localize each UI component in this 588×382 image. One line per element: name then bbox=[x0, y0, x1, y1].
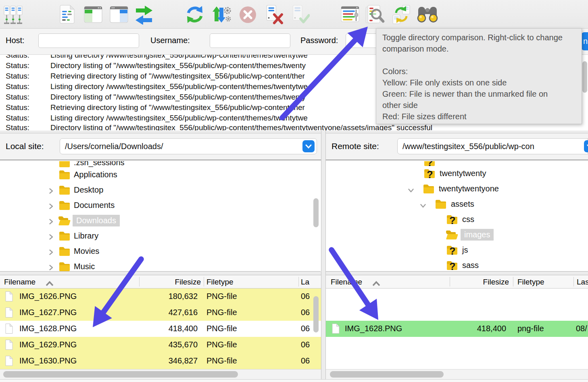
file-name: IMG_1626.PNG bbox=[19, 292, 77, 301]
tree-item-js[interactable]: ? js bbox=[326, 243, 588, 258]
disconnect-button[interactable] bbox=[263, 4, 285, 25]
tree-item-label: Applications bbox=[74, 170, 117, 179]
local-file-list: IMG_1626.PNG 180,632 PNG-file 06 IMG_162… bbox=[0, 289, 321, 369]
directory-listing-filters-button[interactable] bbox=[340, 4, 361, 25]
transfer-queue-icon bbox=[134, 4, 154, 25]
site-manager-button[interactable] bbox=[2, 4, 24, 25]
remote-tree-view-button[interactable] bbox=[108, 4, 130, 25]
find-files-button[interactable] bbox=[417, 4, 438, 25]
log-prefix: Status: bbox=[6, 82, 29, 91]
directory-comparison-button[interactable] bbox=[364, 4, 386, 25]
column-header-last-modified[interactable]: Las bbox=[577, 278, 588, 286]
folder-icon bbox=[58, 231, 71, 243]
svg-text:?: ? bbox=[449, 215, 455, 226]
column-divider[interactable] bbox=[513, 277, 513, 286]
tooltip-spacer bbox=[382, 54, 567, 66]
folder-icon bbox=[435, 199, 447, 211]
folder-icon bbox=[58, 185, 71, 197]
synchronized-browsing-icon bbox=[391, 4, 411, 25]
file-size: 427,616 bbox=[141, 308, 198, 317]
file-row[interactable]: IMG_1628.PNG 418,400 png-file 08/ bbox=[326, 321, 588, 337]
file-row[interactable]: IMG_1627.PNG 427,616 PNG-file 06 bbox=[0, 305, 321, 321]
tree-item-css[interactable]: ? css bbox=[326, 213, 588, 227]
column-header-filename[interactable]: Filename bbox=[4, 278, 35, 286]
local-horizontal-scrollbar[interactable] bbox=[0, 369, 321, 379]
remote-horizontal-scrollbar[interactable] bbox=[326, 369, 588, 379]
password-label: Password: bbox=[300, 36, 338, 45]
tree-item-movies[interactable]: Movies bbox=[0, 245, 321, 259]
process-queue-button[interactable] bbox=[211, 4, 232, 25]
scrollbar-thumb[interactable] bbox=[3, 371, 238, 378]
transfer-queue-button[interactable] bbox=[133, 4, 155, 25]
column-header-filesize[interactable]: Filesize bbox=[447, 278, 509, 286]
log-scrollbar[interactable] bbox=[582, 61, 587, 93]
tree-item-assets[interactable]: assets bbox=[326, 197, 588, 212]
local-site-combobox[interactable]: /Users/cornelia/Downloads/ bbox=[60, 138, 317, 154]
column-divider[interactable] bbox=[204, 277, 204, 286]
file-row[interactable]: IMG_1628.PNG 418,400 PNG-file 06 bbox=[0, 321, 321, 337]
remote-site-combobox[interactable]: /www/testingsitex_556/public/wp-con bbox=[397, 138, 588, 154]
tree-item-applications[interactable]: Applications bbox=[0, 168, 321, 183]
tree-item-label: twentytwenty bbox=[440, 169, 486, 178]
tree-item-music[interactable]: Music bbox=[0, 260, 321, 272]
file-name: IMG_1630.PNG bbox=[19, 356, 77, 365]
file-size: 418,400 bbox=[141, 324, 198, 333]
column-header-filesize[interactable]: Filesize bbox=[141, 278, 201, 286]
username-input[interactable] bbox=[210, 33, 290, 48]
tree-item-images[interactable]: images bbox=[326, 228, 588, 243]
local-site-dropdown-button[interactable] bbox=[302, 140, 315, 152]
tree-item-twentytwentyone[interactable]: twentytwentyone bbox=[326, 182, 588, 197]
column-header-filename[interactable]: Filename bbox=[331, 278, 362, 286]
column-header-filetype[interactable]: Filetype bbox=[517, 278, 544, 286]
tree-item-library[interactable]: Library bbox=[0, 229, 321, 244]
remote-site-bar: Remote site: /www/testingsitex_556/publi… bbox=[326, 133, 588, 160]
column-divider[interactable] bbox=[573, 277, 574, 286]
refresh-button[interactable] bbox=[184, 4, 206, 25]
local-file-list-scrollbar[interactable] bbox=[313, 296, 319, 332]
tree-item-label: Desktop bbox=[74, 185, 103, 195]
tree-item-label: .zsh_sessions bbox=[74, 161, 125, 167]
synchronized-browsing-button[interactable] bbox=[390, 4, 412, 25]
status-strip bbox=[0, 379, 588, 382]
folder-open-icon bbox=[58, 216, 71, 228]
tooltip-colors-heading: Colors: bbox=[382, 66, 567, 77]
tree-item-downloads[interactable]: Downloads bbox=[0, 214, 321, 228]
scrollbar-thumb[interactable] bbox=[330, 371, 444, 378]
toolbar bbox=[0, 0, 588, 29]
remote-site-dropdown-button[interactable] bbox=[584, 140, 588, 152]
log-view-button[interactable] bbox=[56, 4, 78, 25]
local-directory-tree: .zsh_sessions Applications Desktop Docum… bbox=[0, 161, 321, 272]
reconnect-button[interactable] bbox=[289, 4, 311, 25]
tree-item-desktop[interactable]: Desktop bbox=[0, 183, 321, 198]
column-divider[interactable] bbox=[298, 277, 299, 286]
file-name: IMG_1627.PNG bbox=[19, 308, 77, 317]
quickconnect-button[interactable]: n bbox=[581, 32, 588, 50]
file-row[interactable]: IMG_1629.PNG 435,670 PNG-file 06 bbox=[0, 337, 321, 353]
chevron-right-icon bbox=[48, 233, 54, 242]
file-row[interactable]: IMG_1626.PNG 180,632 PNG-file 06 bbox=[0, 289, 321, 305]
column-header-last-modified[interactable]: La bbox=[301, 278, 309, 286]
folder-icon bbox=[58, 200, 71, 212]
local-site-label: Local site: bbox=[6, 141, 44, 151]
tree-item-twentytwenty[interactable]: ? twentytwenty bbox=[326, 167, 588, 181]
panel-splitter[interactable] bbox=[321, 131, 326, 382]
tooltip-red-line: Red: File sizes different bbox=[382, 111, 567, 122]
local-tree-scrollbar[interactable] bbox=[313, 198, 319, 227]
log-prefix: Status: bbox=[6, 114, 29, 122]
local-tree-view-button[interactable] bbox=[82, 4, 104, 25]
file-type: png-file bbox=[517, 324, 544, 333]
file-type: PNG-file bbox=[206, 356, 237, 365]
folder-open-icon bbox=[445, 230, 458, 242]
tree-item-sass[interactable]: ? sass bbox=[326, 259, 588, 272]
tree-item-documents[interactable]: Documents bbox=[0, 199, 321, 213]
find-files-icon bbox=[417, 5, 438, 24]
host-label: Host: bbox=[6, 36, 25, 45]
column-header-filetype[interactable]: Filetype bbox=[206, 278, 234, 286]
column-divider[interactable] bbox=[139, 277, 140, 286]
host-input[interactable] bbox=[38, 33, 139, 48]
file-type: PNG-file bbox=[206, 292, 237, 301]
cancel-button[interactable] bbox=[237, 4, 259, 25]
file-row[interactable]: IMG_1630.PNG 346,827 PNG-file 06 bbox=[0, 353, 321, 369]
tree-item-label: sass bbox=[462, 261, 479, 270]
file-name: IMG_1629.PNG bbox=[19, 340, 77, 349]
